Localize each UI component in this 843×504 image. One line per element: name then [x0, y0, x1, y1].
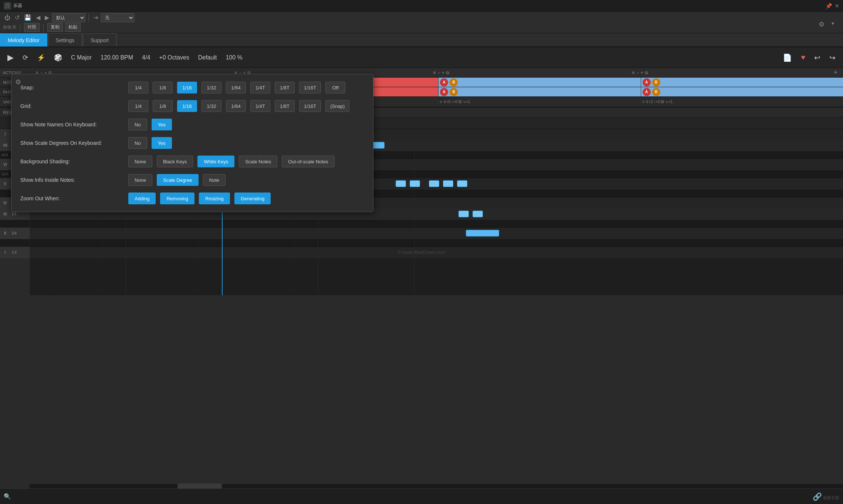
scrollbar-thumb[interactable] [177, 484, 222, 488]
volume-param[interactable]: 100 % [226, 54, 242, 61]
key-c4[interactable]: I C4 [0, 247, 30, 258]
tab-settings[interactable]: Settings [48, 33, 82, 47]
add-column-icon[interactable]: + [834, 69, 838, 76]
x-icon-3[interactable]: ✕ [433, 70, 436, 75]
tab-melody-editor[interactable]: Melody Editor [0, 33, 47, 47]
grid-1-16[interactable]: 1/16 [177, 100, 197, 112]
compare-button[interactable]: 对照 [24, 23, 40, 32]
shading-out-of-scale[interactable]: Out-of-scale Notes [282, 156, 334, 167]
grid-snap[interactable]: (Snap) [325, 100, 349, 112]
snap-off[interactable]: Off [325, 82, 345, 93]
shading-black-keys[interactable]: Black Keys [157, 156, 193, 167]
redo-icon[interactable]: ↪ [829, 53, 836, 62]
note-names-yes[interactable]: Yes [152, 119, 172, 130]
shading-scale-notes[interactable]: Scale Notes [239, 156, 277, 167]
next-icon[interactable]: ▶ [43, 13, 51, 22]
save-small-icon[interactable]: 💾 [23, 13, 33, 22]
paste-button[interactable]: 粘贴 [65, 23, 81, 32]
grid-1-16t[interactable]: 1/16T [299, 100, 321, 112]
snap-1-32[interactable]: 1/32 [202, 82, 221, 93]
note-6[interactable] [429, 180, 439, 187]
plus-icon-4[interactable]: + [641, 70, 643, 75]
zoom-removing[interactable]: Removing [160, 193, 194, 204]
grid-1-32[interactable]: 1/32 [202, 100, 221, 112]
pin-button[interactable]: 📌 [826, 3, 832, 9]
grid-1-8t[interactable]: 1/8T [275, 100, 295, 112]
file-icon[interactable]: 📄 [783, 53, 792, 62]
rhythm-b-3[interactable]: B [450, 88, 458, 96]
key-d4[interactable]: II D4 [0, 228, 30, 239]
settings-gear-icon[interactable]: ⚙ [15, 78, 21, 86]
snap-1-8[interactable]: 1/8 [153, 82, 173, 93]
note-5[interactable] [410, 180, 420, 187]
grid-1-64[interactable]: 1/64 [226, 100, 246, 112]
loop-button[interactable]: ⟳ [23, 54, 28, 62]
motive-b-3[interactable]: B [450, 78, 458, 86]
note-9[interactable] [458, 211, 469, 217]
arrow-icon[interactable]: ⇥ [92, 13, 99, 22]
note-names-no[interactable]: No [128, 119, 147, 130]
copy-icon-4[interactable]: ⧉ [645, 70, 648, 75]
power-icon[interactable]: ⏻ [3, 14, 12, 22]
chevron-down-icon[interactable]: ▾ [832, 20, 834, 26]
note-11[interactable] [466, 230, 499, 236]
heart-icon[interactable]: ♥ [801, 53, 805, 62]
zoom-adding[interactable]: Adding [128, 193, 156, 204]
key-cs4[interactable] [0, 239, 30, 247]
key-param[interactable]: C Major [71, 54, 92, 61]
info-none[interactable]: None [128, 174, 152, 186]
motive-a-4[interactable]: A [643, 78, 651, 86]
octaves-param[interactable]: +0 Octaves [159, 54, 189, 61]
prev-icon[interactable]: ◀ [34, 13, 42, 22]
play-button[interactable]: ▶ [7, 53, 14, 62]
shading-white-keys[interactable]: White Keys [197, 156, 234, 167]
close-button[interactable]: ✕ [835, 3, 839, 9]
info-scale-degree[interactable]: Scale Degree [157, 174, 199, 186]
copy-button[interactable]: 复制 [47, 23, 63, 32]
snap-1-64[interactable]: 1/64 [226, 82, 246, 93]
motive-cell-3: A B [438, 78, 641, 87]
minus-icon-3[interactable]: − [438, 70, 440, 75]
note-7[interactable] [443, 180, 453, 187]
rhythm-b-4[interactable]: B [652, 88, 660, 96]
plus-icon-3[interactable]: + [442, 70, 444, 75]
copy-icon-3[interactable]: ⧉ [446, 70, 449, 75]
snap-1-8t[interactable]: 1/8T [275, 82, 295, 93]
grid-1-8[interactable]: 1/8 [153, 100, 173, 112]
x-icon-4[interactable]: ✕ [632, 70, 635, 75]
preset-dropdown[interactable]: 默认 [52, 13, 85, 22]
motive-b-4[interactable]: B [652, 78, 660, 86]
shading-none[interactable]: None [128, 156, 152, 167]
snap-1-4t[interactable]: 1/4T [250, 82, 270, 93]
scale-degrees-no[interactable]: No [128, 137, 147, 149]
style-param[interactable]: Default [198, 54, 217, 61]
snap-1-16[interactable]: 1/16 [177, 82, 197, 93]
gear-icon[interactable]: ⚙ [819, 20, 825, 28]
search-icon[interactable]: 🔍 [4, 493, 11, 500]
rhythm-a-4[interactable]: A [643, 88, 651, 96]
bpm-param[interactable]: 120.00 BPM [101, 54, 133, 61]
grid-1-4t[interactable]: 1/4T [250, 100, 270, 112]
rhythm-a-3[interactable]: A [440, 88, 448, 96]
undo-icon[interactable]: ↩ [814, 53, 820, 62]
grid-1-4[interactable]: 1/4 [128, 100, 148, 112]
tab-support[interactable]: Support [83, 33, 116, 47]
zoom-generating[interactable]: Generating [234, 193, 271, 204]
scale-degrees-yes[interactable]: Yes [152, 137, 172, 149]
bolt-button[interactable]: ⚡ [37, 54, 45, 62]
none-dropdown[interactable]: 无 [101, 13, 134, 22]
snap-1-4[interactable]: 1/4 [128, 82, 148, 93]
key-ds4[interactable] [0, 220, 30, 228]
dice-button[interactable]: 🎲 [54, 54, 62, 62]
minus-icon-4[interactable]: − [637, 70, 639, 75]
note-10[interactable] [473, 211, 483, 217]
time-sig-param[interactable]: 4/4 [142, 54, 150, 61]
loop-icon[interactable]: ↺ [13, 13, 21, 22]
note-8[interactable] [457, 180, 467, 187]
info-note[interactable]: Note [203, 174, 226, 186]
note-4[interactable] [396, 180, 406, 187]
zoom-resizing[interactable]: Resizing [199, 193, 230, 204]
snap-1-16t[interactable]: 1/16T [299, 82, 321, 93]
motive-a-3[interactable]: A [440, 78, 448, 86]
h-scrollbar[interactable] [30, 483, 843, 488]
